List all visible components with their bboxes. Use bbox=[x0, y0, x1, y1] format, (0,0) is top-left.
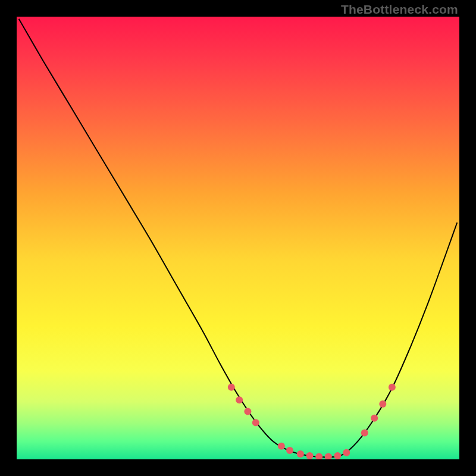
chart-frame: TheBottleneck.com bbox=[0, 0, 476, 476]
curve-marker bbox=[297, 450, 304, 458]
curve-marker bbox=[334, 452, 341, 459]
curve-marker bbox=[252, 419, 259, 426]
watermark-text: TheBottleneck.com bbox=[341, 2, 458, 17]
curve-markers bbox=[228, 384, 396, 459]
curve-marker bbox=[389, 384, 396, 391]
curve-marker bbox=[315, 453, 322, 460]
curve-marker bbox=[379, 400, 386, 408]
bottleneck-curve bbox=[19, 19, 458, 458]
curve-marker bbox=[236, 396, 243, 403]
curve-marker bbox=[306, 452, 314, 459]
curve-marker bbox=[286, 447, 293, 454]
curve-marker bbox=[361, 429, 368, 436]
curve-marker bbox=[228, 384, 235, 391]
curve-marker bbox=[325, 453, 332, 460]
chart-svg bbox=[17, 17, 459, 459]
curve-marker bbox=[343, 449, 350, 456]
curve-marker bbox=[244, 408, 251, 415]
curve-marker bbox=[371, 415, 378, 422]
curve-marker bbox=[278, 443, 285, 450]
plot-area bbox=[17, 17, 459, 459]
